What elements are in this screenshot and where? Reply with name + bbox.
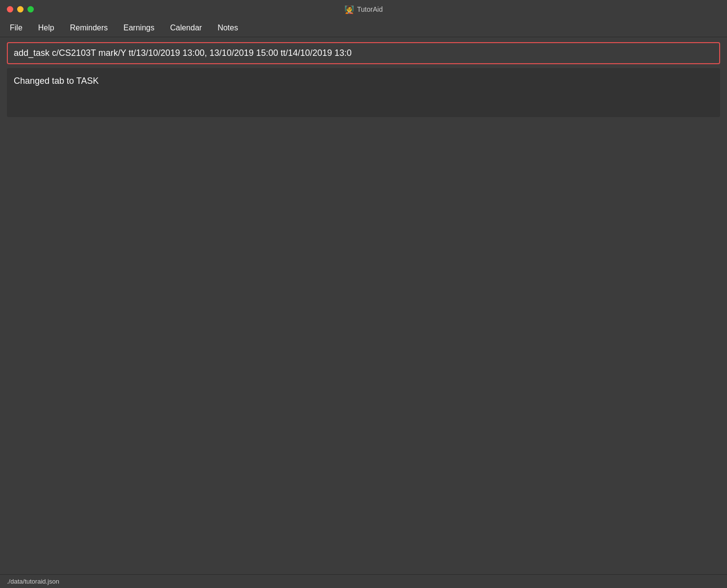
output-text: Changed tab to TASK (14, 76, 98, 86)
window-title: 🧑‍🏫 TutorAid (344, 5, 383, 14)
close-button[interactable] (7, 6, 13, 13)
window-controls (7, 6, 34, 13)
command-input[interactable] (8, 43, 719, 63)
minimize-button[interactable] (17, 6, 24, 13)
menu-help[interactable]: Help (36, 22, 56, 34)
app-icon: 🧑‍🏫 (344, 5, 354, 14)
menu-notes[interactable]: Notes (216, 22, 240, 34)
maximize-button[interactable] (27, 6, 34, 13)
output-area: Changed tab to TASK (7, 68, 720, 117)
menu-bar: File Help Reminders Earnings Calendar No… (0, 19, 727, 37)
title-bar: 🧑‍🏫 TutorAid (0, 0, 727, 19)
status-bar: ./data/tutoraid.json (0, 574, 727, 588)
menu-reminders[interactable]: Reminders (68, 22, 110, 34)
menu-file[interactable]: File (8, 22, 24, 34)
menu-calendar[interactable]: Calendar (168, 22, 204, 34)
menu-earnings[interactable]: Earnings (121, 22, 156, 34)
app-title: TutorAid (357, 5, 383, 13)
command-input-wrapper (7, 42, 720, 64)
main-content: Changed tab to TASK (0, 37, 727, 588)
main-window: 🧑‍🏫 TutorAid File Help Reminders Earning… (0, 0, 727, 588)
status-text: ./data/tutoraid.json (7, 578, 59, 585)
